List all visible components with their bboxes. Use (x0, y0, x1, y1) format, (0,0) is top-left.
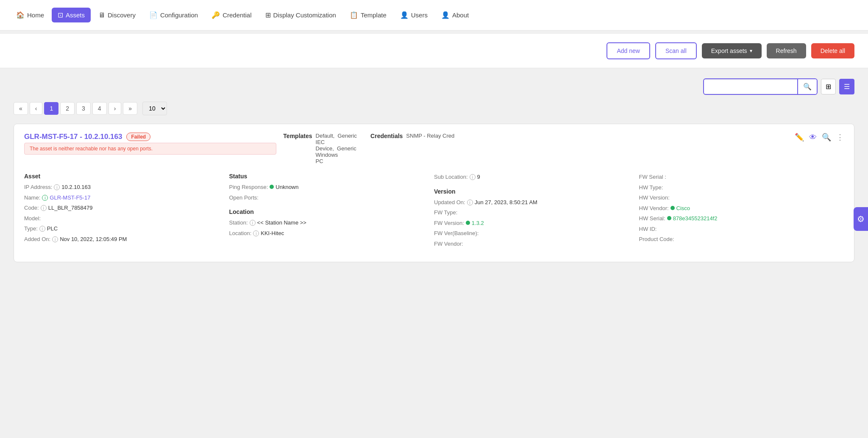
location-label: Location: (229, 229, 252, 238)
view-icon[interactable]: 👁 (809, 133, 817, 142)
nav-about-label: About (452, 11, 469, 19)
hw-vendor-row: HW Vendor: Cisco (639, 204, 844, 213)
ping-status-dot (270, 185, 274, 189)
next-page-button[interactable]: › (108, 102, 122, 115)
nav-users[interactable]: 👤 Users (394, 8, 434, 22)
nav-about[interactable]: 👤 About (435, 8, 475, 22)
nav-credential-label: Credential (223, 11, 251, 19)
credentials-section: Credentials SNMP - Relay Cred (370, 133, 454, 139)
sub-location-label: Sub Location: (434, 173, 468, 181)
display-customization-icon: ⊞ (265, 11, 271, 19)
export-assets-label: Export assets (711, 47, 747, 54)
updated-on-row: Updated On: i Jun 27, 2023, 8:50:21 AM (434, 198, 639, 207)
templates-label: Templates (283, 133, 312, 139)
first-page-button[interactable]: « (14, 102, 28, 115)
ping-response-value: Unknown (275, 183, 298, 191)
location-col-title: Location (229, 208, 434, 215)
search-input-wrap: 🔍 (703, 78, 818, 95)
page-3-button[interactable]: 3 (76, 102, 91, 115)
main-content: 🔍 ⊞ ☰ « ‹ 1 2 3 4 › » 10 25 50 GLR-MST-F… (0, 68, 868, 272)
search-button[interactable]: 🔍 (797, 79, 817, 94)
product-code-row: Product Code: (639, 235, 844, 244)
navbar: 🏠 Home ⊡ Assets 🖥 Discovery 📄 Configurat… (0, 0, 868, 30)
code-label: Code: (24, 204, 39, 212)
assets-icon: ⊡ (58, 11, 63, 19)
ip-address-row: IP Address: i 10.2.10.163 (24, 183, 229, 191)
grid-view-button[interactable]: ⊞ (821, 79, 836, 94)
updated-on-info-icon[interactable]: i (467, 200, 473, 205)
nav-home[interactable]: 🏠 Home (10, 8, 50, 22)
hw-vendor-value: Cisco (676, 204, 690, 213)
search-row: 🔍 ⊞ ☰ (14, 78, 854, 95)
fw-serial-row: FW Serial : (639, 173, 844, 181)
ip-info-icon[interactable]: i (54, 184, 60, 190)
name-info-icon[interactable]: i (42, 195, 48, 201)
asset-details-grid: Asset IP Address: i 10.2.10.163 Name: i … (24, 169, 844, 253)
ip-address-label: IP Address: (24, 183, 52, 191)
last-page-button[interactable]: » (123, 102, 137, 115)
sub-location-info-icon[interactable]: i (470, 174, 476, 180)
scan-all-button[interactable]: Scan all (655, 42, 697, 59)
type-value: PLC (47, 225, 58, 233)
nav-configuration[interactable]: 📄 Configuration (143, 8, 204, 22)
refresh-button[interactable]: Refresh (767, 43, 806, 58)
prev-page-button[interactable]: ‹ (30, 102, 43, 115)
hw-version-label: HW Version: (639, 194, 670, 202)
page-2-button[interactable]: 2 (60, 102, 75, 115)
station-value: << Station Name >> (257, 219, 306, 227)
product-code-label: Product Code: (639, 235, 674, 244)
asset-col-title: Asset (24, 173, 229, 180)
home-icon: 🏠 (16, 11, 25, 19)
about-icon: 👤 (441, 11, 450, 19)
list-view-button[interactable]: ☰ (839, 79, 854, 94)
fw-vendor-label: FW Vendor: (434, 240, 463, 248)
fw-version-value: 1.3.2 (472, 219, 484, 227)
template-icon: 📋 (350, 11, 358, 19)
added-on-row: Added On: i Nov 10, 2022, 12:05:49 PM (24, 235, 229, 244)
station-info-icon[interactable]: i (250, 220, 256, 226)
code-info-icon[interactable]: i (41, 205, 47, 211)
added-on-info-icon[interactable]: i (52, 236, 58, 242)
edit-icon[interactable]: ✏️ (795, 133, 804, 142)
configuration-icon: 📄 (149, 11, 158, 19)
nav-users-label: Users (411, 11, 428, 19)
pagination: « ‹ 1 2 3 4 › » 10 25 50 (14, 102, 854, 115)
more-options-icon[interactable]: ⋮ (836, 133, 844, 142)
templates-value: Default, GenericIECDevice, GenericWindow… (316, 133, 357, 164)
discovery-icon: 🖥 (98, 11, 105, 19)
settings-side-button[interactable]: ⚙ (854, 207, 868, 231)
nav-discovery[interactable]: 🖥 Discovery (92, 8, 142, 22)
fw-version-row: FW Version: 1.3.2 (434, 219, 639, 227)
export-assets-button[interactable]: Export assets ▾ (702, 43, 762, 58)
nav-template-label: Template (361, 11, 387, 19)
location-section: Location Station: i << Station Name >> L… (229, 208, 434, 237)
status-col-title: Status (229, 173, 434, 180)
nav-home-label: Home (27, 11, 44, 19)
fw-type-row: FW Type: (434, 208, 639, 217)
updated-on-value: Jun 27, 2023, 8:50:21 AM (475, 198, 537, 207)
nav-template[interactable]: 📋 Template (344, 8, 392, 22)
page-4-button[interactable]: 4 (92, 102, 107, 115)
search-asset-icon[interactable]: 🔍 (822, 133, 831, 142)
delete-all-button[interactable]: Delete all (811, 43, 854, 58)
open-ports-label: Open Ports: (229, 194, 259, 202)
asset-card: GLR-MST-F5-17 - 10.2.10.163 Failed The a… (14, 124, 854, 262)
nav-display-customization[interactable]: ⊞ Display Customization (259, 8, 342, 22)
nav-credential[interactable]: 🔑 Credential (206, 8, 257, 22)
location-info-icon[interactable]: i (253, 230, 259, 236)
ip-address-value: 10.2.10.163 (61, 183, 91, 191)
open-ports-row: Open Ports: (229, 194, 434, 202)
type-info-icon[interactable]: i (39, 226, 45, 232)
page-1-button[interactable]: 1 (44, 102, 58, 115)
sub-location-row: Sub Location: i 9 (434, 173, 639, 181)
nav-assets[interactable]: ⊡ Assets (52, 8, 91, 22)
chevron-down-icon: ▾ (750, 48, 752, 54)
nav-configuration-label: Configuration (160, 11, 198, 19)
toolbar: Add new Scan all Export assets ▾ Refresh… (0, 34, 868, 68)
version-col: Sub Location: i 9 Version Updated On: i … (434, 169, 639, 253)
nav-discovery-label: Discovery (108, 11, 136, 19)
add-new-button[interactable]: Add new (606, 42, 650, 59)
search-input[interactable] (704, 80, 797, 94)
added-on-value: Nov 10, 2022, 12:05:49 PM (60, 235, 127, 244)
per-page-select[interactable]: 10 25 50 (142, 102, 167, 115)
